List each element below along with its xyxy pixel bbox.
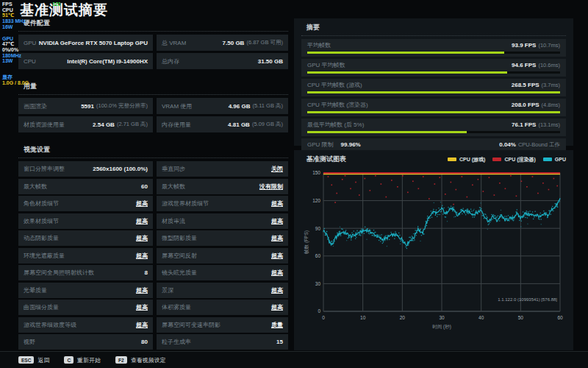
cpu-render-point <box>331 184 332 185</box>
summary-row: CPU 平均帧数 (渲染器)208.0 FPS(4.8ms) <box>301 99 566 116</box>
cpu-render-point <box>407 192 409 194</box>
gpu-outlier-point <box>373 236 374 236</box>
setting-label: 最大帧数 <box>24 183 47 191</box>
gpu-point <box>532 211 534 213</box>
setting-cell: 内存使用量4.81 GB(5.09 GB 高) <box>157 116 288 132</box>
gpu-outlier-point <box>413 240 414 241</box>
cpu-render-point <box>365 178 366 180</box>
y-tick-label: 150 <box>312 170 320 175</box>
summary-row-text: CPU 平均帧数 (渲染器)208.0 FPS(4.8ms) <box>307 101 560 109</box>
gpu-point <box>453 207 454 208</box>
gpu-point <box>406 248 408 250</box>
gpu-point <box>526 210 528 212</box>
gpu-point <box>433 209 434 210</box>
gpu-point <box>546 213 548 214</box>
cpu-render-point <box>521 180 523 182</box>
gpu-point <box>367 228 368 230</box>
gpu-point <box>533 219 534 220</box>
gpu-point <box>332 242 334 244</box>
gpu-point <box>323 228 325 230</box>
setting-label: 曲面细分质量 <box>24 303 59 311</box>
setting-label: 屏幕空间全局照明射线计数 <box>24 269 94 277</box>
gpu-point <box>495 216 496 217</box>
gpu-point <box>465 214 467 216</box>
gpu-point <box>354 230 355 232</box>
y-tick-label: 60 <box>315 253 321 258</box>
gpu-point <box>548 215 549 216</box>
gpu-point <box>438 208 440 209</box>
gpu-point <box>476 212 478 213</box>
gpu-point <box>420 229 421 230</box>
gpu-outlier-point <box>434 202 434 203</box>
summary-value: 208.0 FPS <box>512 102 539 108</box>
version-watermark: 1.1.122.0 (10993541) [576.88] <box>498 297 557 302</box>
gpu-point <box>419 231 420 233</box>
x-tick-label: 20 <box>400 315 406 320</box>
hotkey-f2[interactable]: F2查看视频设定 <box>115 356 166 364</box>
summary-row-text: GPU 限制99.96%0.04%CPU-Bound 工作 <box>307 141 560 149</box>
setting-row: 曲面细分质量超高体积雾质量超高 <box>18 300 288 315</box>
summary-row: 最低平均帧数 (后 5%)76.1 FPS(13.1ms) <box>301 118 566 136</box>
overlay-line: 0%/0% <box>2 47 61 53</box>
setting-label: 游戏世界细致度等级 <box>24 321 76 329</box>
cpu-render-point <box>375 175 376 177</box>
gpu-point <box>448 207 449 208</box>
cpu-render-point <box>537 193 539 194</box>
gpu-point <box>378 235 379 236</box>
gpu-point <box>422 233 423 234</box>
cpu-render-point <box>499 183 501 184</box>
setting-value: 超高 <box>271 269 283 277</box>
gpu-point <box>340 236 342 237</box>
gpu-point <box>482 215 484 216</box>
gpu-point <box>384 236 386 238</box>
gpu-point <box>373 230 375 231</box>
setting-value: 60 <box>141 183 148 190</box>
gpu-point <box>541 219 542 220</box>
gpu-point <box>509 220 510 222</box>
summary-section-title: 摘要 <box>301 23 566 36</box>
cpu-render-point <box>526 186 528 188</box>
gpu-outlier-point <box>393 233 394 234</box>
gpu-point <box>515 211 517 213</box>
setting-value: 4.81 GB <box>228 121 250 128</box>
y-tick-label: 30 <box>315 281 321 286</box>
gpu-outlier-point <box>406 243 407 244</box>
gpu-point <box>447 211 448 213</box>
gpu-point <box>327 238 329 240</box>
cpu-render-point <box>505 188 506 190</box>
summary-value: 94.6 FPS <box>512 62 536 68</box>
setting-row: 屏幕空间全局照明射线计数8镜头眩光质量超高 <box>18 265 288 280</box>
hotkey-label: 重新开始 <box>77 356 101 364</box>
gpu-point <box>475 212 476 213</box>
gpu-point <box>523 216 525 218</box>
gpu-point <box>488 224 490 225</box>
cpu-render-point <box>472 184 473 185</box>
setting-cell: 微型阴影质量超高 <box>157 230 288 246</box>
summary-row: CPU 平均帧数 (游戏)268.5 FPS(3.7ms) <box>301 79 566 96</box>
setting-value: 7.50 GB <box>223 40 245 46</box>
hotkey-esc[interactable]: ESC返回 <box>18 356 49 364</box>
setting-note: (2.71 GB 高) <box>117 121 148 128</box>
gpu-point <box>379 235 381 236</box>
gpu-outlier-point <box>514 219 514 220</box>
legend-swatch <box>543 158 552 161</box>
gpu-point <box>386 238 387 239</box>
summary-value: 93.9 FPS <box>512 42 536 49</box>
x-tick-label: 50 <box>518 315 524 320</box>
overlay-line: 1833 MHz <box>2 18 61 24</box>
gpu-point <box>389 239 390 241</box>
hotkey-c[interactable]: C重新开始 <box>64 356 101 364</box>
gpu-point <box>399 235 401 236</box>
performance-overlay: FPS121CPU51℃1833 MHz16WGPU47℃0%/0%180MHz… <box>2 1 61 91</box>
overlay-stat-label: 47℃ <box>2 41 14 47</box>
gpu-point <box>534 211 536 213</box>
gpu-point <box>456 212 458 213</box>
summary-note: (13.1ms) <box>538 121 560 128</box>
gpu-outlier-point <box>467 213 467 213</box>
gpu-outlier-point <box>473 209 474 210</box>
setting-label: 体积雾质量 <box>162 303 191 311</box>
summary-bar-fill <box>307 91 560 93</box>
setting-row: 最大帧数60最大帧数没有限制 <box>18 179 288 194</box>
setting-cell: 最大帧数没有限制 <box>157 179 288 194</box>
summary-row-text: CPU 平均帧数 (游戏)268.5 FPS(3.7ms) <box>307 81 560 89</box>
